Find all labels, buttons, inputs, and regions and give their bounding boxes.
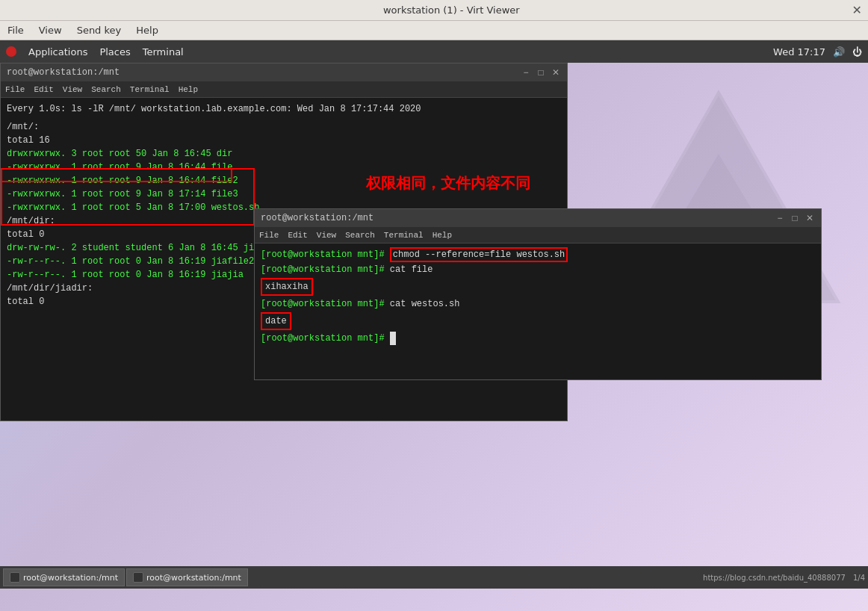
t2-line-0: [root@workstation mnt]# chmod --referenc…: [261, 248, 815, 261]
terminal1-title: root@workstation:/mnt: [7, 67, 120, 78]
t1-menu-terminal[interactable]: Terminal: [130, 85, 170, 94]
window-title: workstation (1) - Virt Viewer: [51, 4, 852, 16]
taskbar-right: https://blog.csdn.net/baidu_40888077 1/4: [703, 574, 865, 582]
t1-menu-edit[interactable]: Edit: [34, 85, 53, 94]
menu-view[interactable]: View: [36, 23, 65, 37]
t1-menu-file[interactable]: File: [5, 85, 25, 94]
terminal2-titlebar: root@workstation:/mnt − □ ✕: [255, 209, 821, 227]
taskbar: root@workstation:/mnt root@workstation:/…: [0, 566, 868, 589]
annotation-text: 权限相同，文件内容不同: [366, 173, 530, 193]
terminal1-buttons: − □ ✕: [521, 67, 561, 78]
close-button[interactable]: ✕: [852, 3, 862, 17]
date-highlight: date: [261, 312, 291, 330]
terminal2-buttons: − □ ✕: [775, 213, 815, 223]
system-bar-right: Wed 17:17 🔊 ⏻: [773, 46, 862, 58]
t1-menu-help[interactable]: Help: [179, 85, 198, 94]
t2-line-2: xihaxiha: [261, 278, 815, 296]
taskbar-icon-1: [10, 572, 20, 583]
system-bar: Applications Places Terminal Wed 17:17 🔊…: [0, 40, 868, 63]
virt-viewer-menubar: File View Send key Help: [0, 21, 868, 40]
terminal1-titlebar: root@workstation:/mnt − □ ✕: [1, 63, 567, 81]
t1-line-5: -rwxrwxrwx. 1 root root 9 Jan 8 16:44 fi…: [7, 161, 561, 174]
taskbar-label-2: root@workstation:/mnt: [146, 573, 241, 583]
menu-sendkey[interactable]: Send key: [74, 23, 125, 37]
volume-icon[interactable]: 🔊: [833, 46, 845, 58]
terminal1-menu: File Edit View Search Terminal Help: [1, 81, 567, 98]
t2-line-3: [root@workstation mnt]# cat westos.sh: [261, 297, 815, 311]
menu-help[interactable]: Help: [133, 23, 161, 37]
t2-menu-help[interactable]: Help: [433, 231, 452, 240]
taskbar-icon-2: [133, 572, 143, 583]
terminal2-close[interactable]: ✕: [805, 213, 815, 223]
chmod-cmd-highlight: chmod --reference=file westos.sh: [390, 247, 568, 262]
t2-menu-search[interactable]: Search: [345, 231, 375, 240]
t1-menu-search[interactable]: Search: [91, 85, 121, 94]
t1-line-2: /mnt/:: [7, 120, 561, 134]
title-bar: workstation (1) - Virt Viewer ✕: [0, 0, 868, 21]
t2-menu-file[interactable]: File: [259, 231, 279, 240]
app-indicator: [6, 46, 16, 57]
taskbar-label-1: root@workstation:/mnt: [23, 573, 118, 583]
terminal2-content: [root@workstation mnt]# chmod --referenc…: [255, 244, 821, 350]
t2-menu-view[interactable]: View: [317, 231, 336, 240]
terminal2-maximize[interactable]: □: [790, 213, 800, 223]
menu-file[interactable]: File: [4, 23, 27, 37]
t2-line-1: [root@workstation mnt]# cat file: [261, 263, 815, 276]
t1-line-0: Every 1.0s: ls -lR /mnt/ workstation.lab…: [7, 102, 561, 116]
system-bar-left: Applications Places Terminal: [6, 46, 184, 58]
t2-menu-edit[interactable]: Edit: [288, 231, 307, 240]
power-icon[interactable]: ⏻: [852, 46, 862, 58]
t2-line-4: date: [261, 312, 815, 330]
xihaxiha-highlight: xihaxiha: [261, 278, 313, 296]
applications-menu[interactable]: Applications: [28, 46, 87, 58]
clock: Wed 17:17: [773, 46, 825, 58]
desktop: root@workstation:/mnt − □ ✕ File Edit Vi…: [0, 63, 868, 589]
t2-menu-terminal[interactable]: Terminal: [384, 231, 424, 240]
taskbar-page: 1/4: [853, 574, 865, 582]
terminal1-maximize[interactable]: □: [536, 67, 546, 78]
terminal1-close[interactable]: ✕: [551, 67, 561, 78]
terminal2-title: root@workstation:/mnt: [261, 213, 373, 223]
t1-menu-view[interactable]: View: [63, 85, 82, 94]
taskbar-item-1[interactable]: root@workstation:/mnt: [3, 568, 125, 586]
terminal-window-2: root@workstation:/mnt − □ ✕ File Edit Vi…: [254, 208, 822, 380]
t2-line-5: [root@workstation mnt]#: [261, 332, 815, 345]
terminal2-minimize[interactable]: −: [775, 213, 785, 223]
t1-line-3: total 16: [7, 134, 561, 147]
terminal2-menu: File Edit View Search Terminal Help: [255, 227, 821, 244]
places-menu[interactable]: Places: [99, 46, 130, 58]
terminal-menu[interactable]: Terminal: [143, 46, 184, 58]
t1-line-4: drwxrwxrwx. 3 root root 50 Jan 8 16:45 d…: [7, 147, 561, 161]
taskbar-item-2[interactable]: root@workstation:/mnt: [126, 568, 248, 586]
taskbar-url: https://blog.csdn.net/baidu_40888077: [703, 574, 846, 582]
terminal1-minimize[interactable]: −: [521, 67, 531, 78]
